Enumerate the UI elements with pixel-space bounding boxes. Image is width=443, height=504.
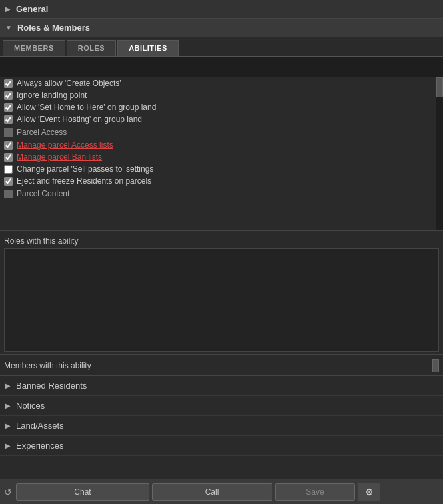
land-label: Land/Assets [16,421,64,431]
ability-event-hosting[interactable]: Allow 'Event Hosting' on group land [0,113,443,125]
general-section-header[interactable]: ▶ General [0,0,443,19]
ability-set-home-label: Allow 'Set Home to Here' on group land [17,103,156,112]
ability-create-objects-label: Always allow 'Create Objects' [17,79,121,88]
settings-button[interactable]: ⚙ [358,483,380,501]
roles-section-title: Roles with this ability [4,236,439,246]
ability-create-objects[interactable]: Always allow 'Create Objects' [0,77,443,89]
roles-members-section-title: Roles & Members [17,23,90,33]
roles-members-section-header[interactable]: ▼ Roles & Members [0,19,443,37]
ability-manage-access-label: Manage parcel Access lists [17,140,113,150]
ability-set-home-checkbox[interactable] [4,103,13,112]
ability-event-hosting-label: Allow 'Event Hosting' on group land [17,115,142,124]
ability-manage-access[interactable]: Manage parcel Access lists [0,139,443,151]
roles-members-arrow-icon: ▼ [5,24,12,31]
abilities-list: Always allow 'Create Objects' Ignore lan… [0,77,443,231]
ability-sell-passes[interactable]: Change parcel 'Sell passes to' settings [0,163,443,175]
ability-sell-passes-label: Change parcel 'Sell passes to' settings [17,164,153,174]
ability-ignore-landing[interactable]: Ignore landing point [0,89,443,101]
chat-button[interactable]: Chat [16,483,149,501]
notices-label: Notices [16,401,45,411]
roles-section: Roles with this ability [0,231,443,355]
parcel-access-icon [4,128,13,137]
ability-eject-freeze-label: Eject and freeze Residents on parcels [17,176,151,186]
parcel-access-title: Parcel Access [17,128,67,137]
banned-label: Banned Residents [16,381,87,391]
general-section-title: General [16,4,48,14]
parcel-content-title: Parcel Content [17,189,69,198]
members-section: Members with this ability [0,355,443,376]
tab-roles[interactable]: ROLES [67,40,116,56]
filter-input[interactable] [4,59,439,74]
members-section-title: Members with this ability [4,361,91,370]
nav-item-banned[interactable]: ▶ Banned Residents [0,376,443,396]
nav-item-notices[interactable]: ▶ Notices [0,396,443,416]
abilities-scrollbar[interactable] [436,77,443,230]
members-scrollbar[interactable] [432,359,439,372]
roles-list-area [4,248,439,352]
nav-items: ▶ Banned Residents ▶ Notices ▶ Land/Asse… [0,376,443,479]
refresh-icon[interactable]: ↺ [4,487,12,497]
experiences-label: Experiences [16,441,64,451]
tab-abilities[interactable]: ABILITIES [117,40,179,56]
ability-eject-freeze-checkbox[interactable] [4,177,13,186]
notices-arrow-icon: ▶ [5,402,11,409]
tab-members[interactable]: MEMBERS [3,40,65,56]
ability-eject-freeze[interactable]: Eject and freeze Residents on parcels [0,175,443,187]
ability-ignore-landing-label: Ignore landing point [17,91,87,100]
abilities-scrollbar-thumb[interactable] [436,77,443,97]
experiences-arrow-icon: ▶ [5,442,11,449]
parcel-content-icon [4,190,13,198]
save-button[interactable]: Save [275,483,355,501]
ability-manage-ban-checkbox[interactable] [4,153,13,162]
general-arrow-icon: ▶ [5,5,11,13]
call-button[interactable]: Call [152,483,272,501]
filter-bar [0,57,443,77]
ability-manage-access-checkbox[interactable] [4,141,13,150]
bottom-toolbar: ↺ Chat Call Save ⚙ [0,479,443,504]
ability-create-objects-checkbox[interactable] [4,79,13,88]
ability-sell-passes-checkbox[interactable] [4,165,13,174]
ability-event-hosting-checkbox[interactable] [4,115,13,124]
parcel-access-header: Parcel Access [0,125,443,139]
banned-arrow-icon: ▶ [5,382,11,389]
main-container: ▶ General ▼ Roles & Members MEMBERS ROLE… [0,0,443,504]
land-arrow-icon: ▶ [5,422,11,429]
ability-ignore-landing-checkbox[interactable] [4,91,13,100]
ability-manage-ban-label: Manage parcel Ban lists [17,152,102,162]
ability-manage-ban[interactable]: Manage parcel Ban lists [0,151,443,163]
parcel-content-header: Parcel Content [0,187,443,200]
tabs-bar: MEMBERS ROLES ABILITIES [0,37,443,57]
nav-item-experiences[interactable]: ▶ Experiences [0,436,443,456]
ability-set-home[interactable]: Allow 'Set Home to Here' on group land [0,101,443,113]
nav-item-land[interactable]: ▶ Land/Assets [0,416,443,436]
